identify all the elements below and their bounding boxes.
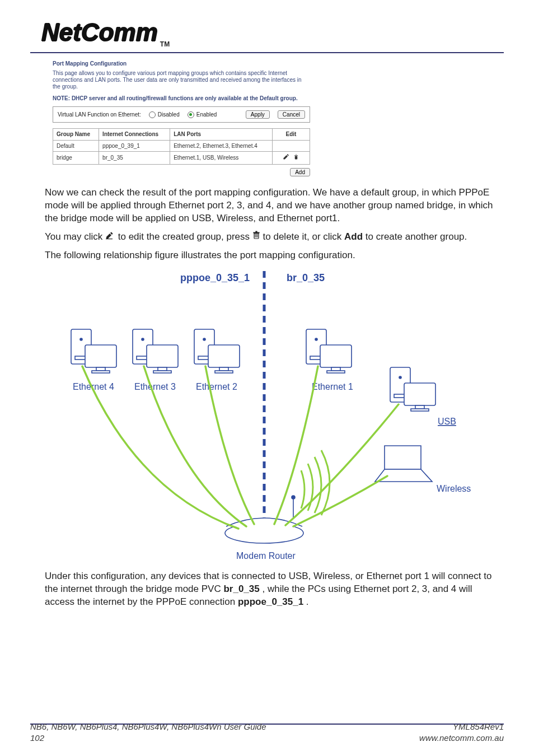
col-edit: Edit [273,129,310,141]
footer-guide-title: NB6, NB6W, NB6Plus4, NB6Plus4W, NB6Plus4… [30,721,266,732]
vlan-disabled-label: Disabled [158,111,180,119]
add-button[interactable]: Add [290,168,310,176]
diagram-right-title: br_0_35 [287,272,325,283]
svg-point-34 [292,496,295,499]
vlan-enabled-radio[interactable]: Enabled [188,111,217,119]
edit-icon [105,231,115,244]
svg-rect-7 [92,371,110,373]
port-mapping-diagram: pppoe_0_35_1 br_0_35 [51,268,483,564]
page-body: Now we can check the result of the port … [45,186,504,262]
panel-note: NOTE: DHCP server and all routing/firewa… [53,95,310,102]
diagram-wireless: Wireless [437,484,471,493]
diagram-router: Modem Router [236,551,296,561]
diagram-eth1: Ethernet 1 [312,382,353,391]
svg-point-4 [80,338,82,340]
brand-logo: NetComm TM [41,16,504,49]
cancel-button[interactable]: Cancel [278,110,305,119]
diagram-left-title: pppoe_0_35_1 [180,272,250,283]
table-row: Default pppoe_0_39_1 Ethernet.2, Etherne… [53,140,310,152]
inline-add: Add [344,231,363,242]
group-table: Group Name Internet Connections LAN Port… [53,128,310,165]
svg-rect-6 [96,367,105,371]
radio-icon [149,111,156,118]
paragraph: Under this configuration, any devices th… [45,570,504,609]
svg-rect-12 [158,367,167,371]
page-number: 102 [30,732,266,744]
panel-description: This page allows you to configure variou… [53,70,310,90]
cell-conn: pppoe_0_39_1 [99,140,170,152]
page-footer: NB6, NB6W, NB6Plus4, NB6Plus4W, NB6Plus4… [30,721,504,744]
footer-url: www.netcomm.com.au [419,732,504,744]
svg-point-16 [203,338,205,340]
cell-group: Default [53,140,99,152]
col-group: Group Name [53,129,99,141]
svg-point-22 [315,338,317,340]
cell-lan: Ethernet.1, USB, Wireless [170,152,273,165]
vlan-label: Virtual LAN Function on Ethernet: [58,111,141,119]
svg-rect-19 [215,371,233,373]
svg-rect-17 [208,345,240,367]
svg-rect-13 [153,371,171,373]
cell-edit [273,152,310,165]
svg-rect-23 [320,345,352,367]
cell-conn: br_0_35 [99,152,170,165]
brand-word: NetComm [41,16,158,49]
paragraph: You may click to edit the created group,… [45,231,504,244]
panel-title: Port Mapping Configuration [53,60,310,68]
paragraph: Now we can check the result of the port … [45,186,504,225]
svg-rect-11 [147,345,178,367]
diagram-usb: USB [438,417,456,426]
svg-rect-25 [327,371,345,373]
inline-pppoe: pppoe_0_35_1 [238,596,303,607]
vlan-row: Virtual LAN Function on Ethernet: Disabl… [53,106,310,123]
col-conn: Internet Connections [99,129,170,141]
cell-lan: Ethernet.2, Ethernet.3, Ethernet.4 [170,140,273,152]
diagram-eth3: Ethernet 3 [134,382,176,391]
vlan-enabled-label: Enabled [196,111,217,119]
svg-point-10 [142,338,144,340]
edit-icon[interactable] [283,153,289,160]
svg-rect-24 [331,367,340,371]
page-body-end: Under this configuration, any devices th… [45,570,504,609]
radio-icon [188,111,194,118]
footer-doc-id: YML854Rev1 [419,721,504,732]
svg-rect-31 [411,409,429,411]
col-lan: LAN Ports [170,129,273,141]
paragraph: The following relationship figure illust… [45,249,504,262]
trademark: TM [160,40,170,49]
vlan-disabled-radio[interactable]: Disabled [149,111,180,119]
svg-rect-30 [415,405,424,409]
delete-icon [252,231,260,244]
cell-group: bridge [53,152,99,165]
header-divider [30,52,504,53]
apply-button[interactable]: Apply [246,110,270,119]
delete-icon[interactable] [293,153,299,160]
svg-rect-5 [85,345,116,367]
svg-rect-0 [106,239,113,239]
table-row: bridge br_0_35 Ethernet.1, USB, Wireless [53,152,310,165]
diagram-eth2: Ethernet 2 [196,382,237,391]
cell-edit [273,140,310,152]
svg-rect-18 [219,367,228,371]
svg-rect-29 [404,383,435,405]
svg-point-28 [399,376,401,379]
inline-br: br_0_35 [223,584,259,594]
port-mapping-panel: Port Mapping Configuration This page all… [53,60,310,176]
